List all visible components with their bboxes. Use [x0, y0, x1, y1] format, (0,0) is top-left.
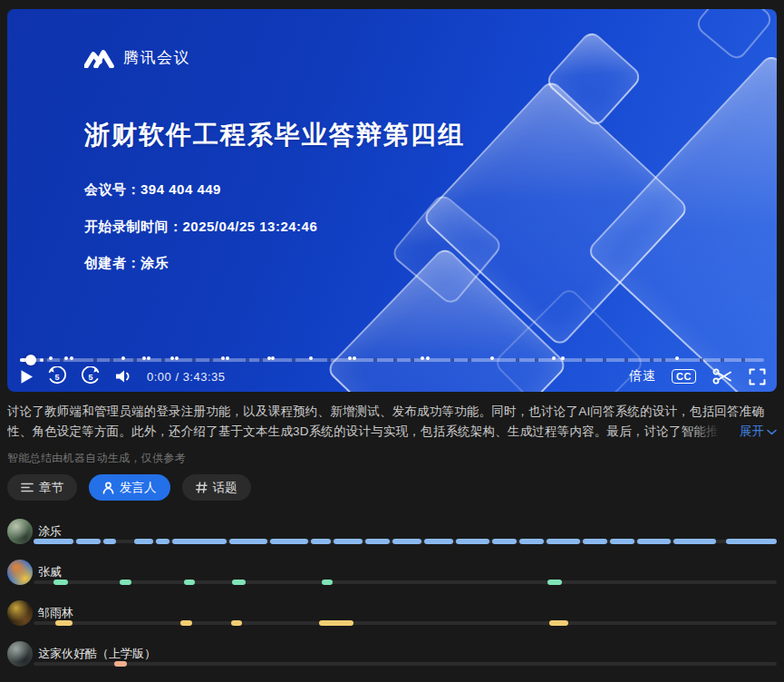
speaker-speech-segment[interactable]	[726, 539, 777, 544]
speaker-speech-segment[interactable]	[322, 580, 333, 585]
tab-topics[interactable]: 话题	[182, 474, 251, 501]
speaker-speech-segment[interactable]	[547, 580, 562, 585]
speaker-speech-segment[interactable]	[311, 539, 331, 544]
speaker-speech-segment[interactable]	[229, 539, 268, 544]
tab-label: 章节	[39, 480, 63, 496]
chapter-marker[interactable]	[490, 356, 494, 360]
meeting-recording-page: 腾讯会议 浙财软件工程系毕业答辩第四组 会议号：394 404 449 开始录制…	[0, 0, 784, 682]
speaker-timeline-track[interactable]	[34, 540, 777, 543]
progress-segment-gap	[259, 358, 263, 362]
chapter-marker[interactable]	[64, 356, 68, 360]
speaker-speech-segment[interactable]	[549, 620, 568, 626]
chapter-marker[interactable]	[309, 356, 313, 360]
chapter-marker[interactable]	[147, 356, 150, 360]
chapter-marker[interactable]	[70, 356, 73, 360]
clip-scissors-button[interactable]	[711, 367, 733, 385]
chapter-marker[interactable]	[121, 356, 125, 360]
chapter-marker[interactable]	[675, 356, 679, 360]
tencent-meeting-logo: 腾讯会议	[84, 47, 190, 68]
progress-segment-gap	[110, 358, 113, 362]
speaker-row: 邹雨林	[7, 597, 777, 638]
progress-segment-gap	[393, 358, 397, 362]
speaker-avatar	[7, 560, 33, 585]
chapter-marker[interactable]	[170, 356, 174, 360]
tab-chapters[interactable]: 章节	[7, 474, 77, 501]
progress-segment-gap	[450, 358, 454, 362]
progress-segment-gap	[93, 358, 97, 362]
chapter-marker[interactable]	[348, 356, 352, 360]
chapter-marker[interactable]	[226, 356, 229, 360]
speaker-speech-segment[interactable]	[120, 580, 131, 585]
progress-segment-gap	[373, 358, 377, 362]
svg-text:5: 5	[88, 373, 92, 382]
speaker-speech-segment[interactable]	[365, 539, 390, 544]
speaker-speech-segment[interactable]	[55, 620, 73, 626]
speaker-speech-segment[interactable]	[424, 539, 453, 544]
chapters-list-icon	[21, 482, 34, 493]
speaker-speech-segment[interactable]	[53, 580, 68, 585]
meeting-creator: 创建者：涂乐	[84, 255, 169, 272]
speaker-speech-segment[interactable]	[583, 539, 607, 544]
speaker-speech-segment[interactable]	[456, 539, 489, 544]
speaker-row: 涂乐	[7, 515, 777, 556]
speaker-speech-segment[interactable]	[492, 539, 517, 544]
speaker-speech-segment[interactable]	[180, 620, 192, 626]
rewind-5s-button[interactable]: 5	[47, 366, 67, 386]
speaker-timeline-track[interactable]	[34, 580, 777, 584]
volume-button[interactable]	[114, 368, 133, 385]
speaker-timeline-track[interactable]	[34, 662, 777, 666]
chapter-marker[interactable]	[426, 356, 430, 360]
chapter-marker[interactable]	[271, 356, 275, 360]
progress-segment-gap	[292, 358, 295, 362]
tab-speakers[interactable]: 发言人	[89, 474, 170, 501]
tab-label: 话题	[213, 480, 237, 496]
video-player[interactable]: 腾讯会议 浙财软件工程系毕业答辩第四组 会议号：394 404 449 开始录制…	[7, 9, 777, 392]
progress-segment-gap	[741, 358, 745, 362]
chapter-marker[interactable]	[552, 356, 556, 360]
progress-bar[interactable]	[20, 358, 764, 362]
play-button[interactable]	[20, 369, 34, 385]
speaker-speech-segment[interactable]	[103, 539, 116, 544]
speaker-speech-segment[interactable]	[231, 620, 241, 626]
subtitles-cc-button[interactable]: CC	[672, 369, 696, 384]
speaker-speech-segment[interactable]	[319, 620, 353, 626]
speaker-speech-segment[interactable]	[547, 539, 580, 544]
chapter-marker[interactable]	[142, 356, 146, 360]
speaker-name: 邹雨林	[38, 605, 73, 621]
speaker-speech-segment[interactable]	[114, 661, 127, 667]
speaker-speech-segment[interactable]	[673, 539, 716, 544]
speaker-avatar	[7, 600, 33, 626]
chapter-marker[interactable]	[421, 356, 424, 360]
chapter-marker[interactable]	[221, 356, 225, 360]
forward-5s-button[interactable]: 5	[81, 366, 101, 386]
speaker-speech-segment[interactable]	[270, 539, 309, 544]
chapter-marker[interactable]	[353, 356, 356, 360]
chapter-marker[interactable]	[561, 356, 565, 360]
speaker-speech-segment[interactable]	[156, 539, 169, 544]
progress-segment-gap	[624, 358, 628, 362]
speaker-speech-segment[interactable]	[76, 539, 101, 544]
speaker-speech-segment[interactable]	[610, 539, 634, 544]
speaker-speech-segment[interactable]	[34, 539, 73, 544]
playback-speed-button[interactable]: 倍速	[629, 368, 656, 385]
speaker-speech-segment[interactable]	[519, 539, 544, 544]
speaker-speech-segment[interactable]	[392, 539, 421, 544]
time-display: 0:00 / 3:43:35	[147, 370, 226, 384]
svg-text:5: 5	[54, 373, 59, 382]
speaker-speech-segment[interactable]	[134, 539, 153, 544]
speaker-speech-segment[interactable]	[637, 539, 671, 544]
chapter-marker[interactable]	[49, 356, 53, 360]
speaker-speech-segment[interactable]	[334, 539, 363, 544]
speaker-speech-segment[interactable]	[172, 539, 227, 544]
progress-track[interactable]	[20, 358, 764, 362]
speaker-speech-segment[interactable]	[184, 580, 195, 585]
expand-summary-link[interactable]: 展开	[690, 422, 777, 442]
chapter-marker[interactable]	[175, 356, 179, 360]
fullscreen-button[interactable]	[749, 368, 766, 385]
speaker-timeline-track[interactable]	[34, 621, 777, 625]
speaker-speech-segment[interactable]	[232, 580, 246, 585]
tab-label: 发言人	[120, 480, 157, 496]
expand-label: 展开	[740, 424, 764, 440]
speaker-avatar	[7, 519, 33, 544]
progress-segment-gap	[44, 358, 47, 362]
